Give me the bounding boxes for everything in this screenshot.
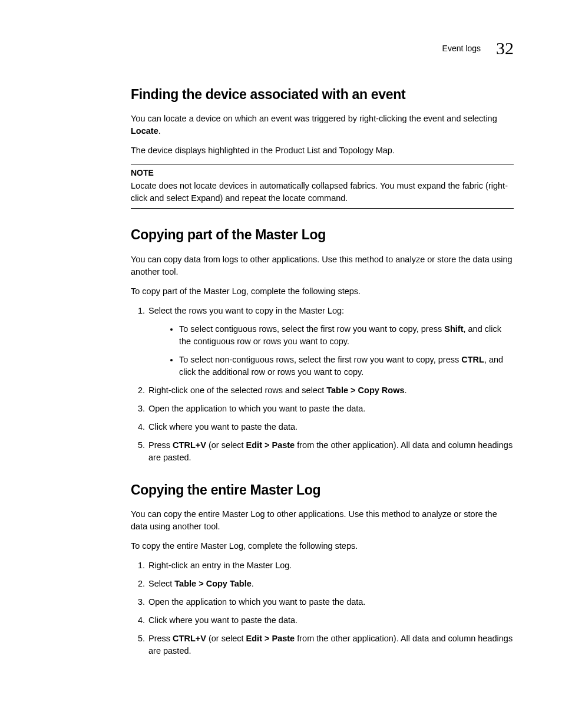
body-text: The device displays highlighted in the P…	[131, 144, 514, 157]
bold-ctrl-v: CTRL+V	[173, 634, 206, 643]
bold-ctrl: CTRL	[461, 355, 484, 364]
list-item: Select Table > Copy Table.	[147, 578, 514, 590]
list-item: Right-click one of the selected rows and…	[147, 384, 514, 397]
bold-edit-paste: Edit > Paste	[246, 440, 295, 450]
bold-menu-path: Table > Copy Table	[174, 579, 251, 588]
text-run: You can locate a device on which an even…	[131, 114, 497, 123]
list-item: Open the application to which you want t…	[147, 403, 514, 415]
text-run: Right-click one of the selected rows and…	[148, 386, 326, 395]
list-item: To select non-contiguous rows, select th…	[179, 354, 514, 378]
text-run: (or select	[206, 634, 246, 643]
note-block: NOTE Locate does not locate devices in a…	[131, 164, 514, 209]
text-run: .	[405, 386, 407, 395]
bullet-list: To select contiguous rows, select the fi…	[165, 323, 514, 378]
body-text: To copy the entire Master Log, complete …	[131, 540, 514, 552]
bold-shift: Shift	[444, 324, 463, 334]
heading-finding-device: Finding the device associated with an ev…	[131, 85, 514, 104]
list-item: Click where you want to paste the data.	[147, 614, 514, 627]
text-run: .	[158, 126, 161, 136]
bold-ctrl-v: CTRL+V	[173, 440, 206, 450]
list-item: Press CTRL+V (or select Edit > Paste fro…	[147, 439, 514, 464]
text-run: (or select	[206, 440, 246, 450]
text-run: Select	[148, 579, 174, 588]
text-run: .	[252, 579, 254, 588]
ordered-list: Select the rows you want to copy in the …	[131, 305, 514, 464]
body-text: You can copy data from logs to other app…	[131, 253, 514, 278]
list-item: Select the rows you want to copy in the …	[147, 305, 514, 378]
body-text: You can locate a device on which an even…	[131, 113, 514, 137]
list-item: Right-click an entry in the Master Log.	[147, 559, 514, 572]
note-label: NOTE	[131, 167, 514, 179]
bold-locate: Locate	[131, 126, 158, 136]
list-item: Click where you want to paste the data.	[147, 421, 514, 433]
heading-copy-entire: Copying the entire Master Log	[131, 480, 514, 500]
bold-edit-paste: Edit > Paste	[246, 634, 295, 643]
text-run: To select non-contiguous rows, select th…	[179, 355, 461, 364]
page: Event logs 32 Finding the device associa…	[0, 0, 562, 728]
text-run: Press	[148, 440, 173, 450]
text-run: Select the rows you want to copy in the …	[148, 306, 344, 315]
text-run: Press	[148, 634, 173, 643]
body-text: To copy part of the Master Log, complete…	[131, 285, 514, 298]
heading-copy-part: Copying part of the Master Log	[131, 225, 514, 245]
text-run: To select contiguous rows, select the fi…	[179, 324, 444, 334]
running-header: Event logs 32	[131, 35, 514, 61]
ordered-list: Right-click an entry in the Master Log. …	[131, 559, 514, 657]
header-section: Event logs	[442, 44, 481, 53]
note-body: Locate does not locate devices in automa…	[131, 180, 514, 205]
list-item: Press CTRL+V (or select Edit > Paste fro…	[147, 633, 514, 657]
list-item: Open the application to which you want t…	[147, 596, 514, 608]
header-chapter-number: 32	[496, 38, 514, 58]
list-item: To select contiguous rows, select the fi…	[179, 323, 514, 348]
body-text: You can copy the entire Master Log to ot…	[131, 508, 514, 533]
bold-menu-path: Table > Copy Rows	[326, 386, 404, 395]
